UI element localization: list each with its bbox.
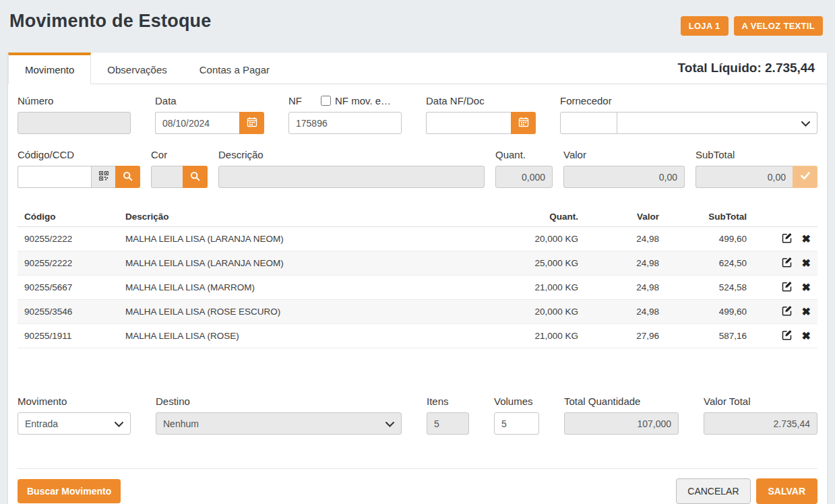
- volumes-input[interactable]: [494, 412, 539, 435]
- valor-total-label: Valor Total: [704, 396, 817, 407]
- subtotal-field: SubTotal: [695, 149, 817, 188]
- volumes-field: Volumes: [494, 396, 539, 435]
- cell-valor: 24,98: [585, 276, 666, 300]
- delete-row-icon[interactable]: ✖: [802, 234, 811, 245]
- cell-subtotal: 499,60: [666, 227, 753, 251]
- table-row: 90255/5667 MALHA LEILA LISA (MARROM) 21,…: [18, 276, 817, 300]
- descricao-input: [218, 166, 485, 188]
- edit-row-icon[interactable]: [782, 257, 793, 270]
- table-row: 90255/1911 MALHA LEILA LISA (ROSE) 21,00…: [18, 324, 817, 348]
- salvar-button[interactable]: SALVAR: [756, 478, 817, 504]
- cell-quant: 25,000 KG: [484, 251, 585, 276]
- col-codigo: Código: [18, 207, 119, 227]
- calendar-icon: [518, 117, 529, 129]
- cell-quant: 21,000 KG: [484, 276, 585, 300]
- movimento-select[interactable]: Entrada: [18, 412, 131, 435]
- table-row: 90255/3546 MALHA LEILA LISA (ROSE ESCURO…: [18, 300, 817, 324]
- cell-quant: 20,000 KG: [484, 227, 585, 251]
- cor-search-button[interactable]: [183, 166, 208, 188]
- tab-contas-a-pagar[interactable]: Contas a Pagar: [183, 53, 286, 84]
- page-title: Movimento de Estoque: [9, 11, 212, 32]
- data-nf-label: Data NF/Doc: [426, 95, 536, 106]
- data-nf-input[interactable]: [426, 112, 511, 134]
- codigo-ccd-label: Código/CCD: [18, 149, 140, 160]
- tab-observacoes[interactable]: Observações: [91, 53, 183, 84]
- summary-row: Movimento Entrada Destino Nenhum: [18, 396, 817, 435]
- company-button[interactable]: A VELOZ TEXTIL: [734, 16, 823, 36]
- descricao-label: Descrição: [218, 149, 485, 160]
- store-button[interactable]: LOJA 1: [681, 16, 729, 36]
- total-quantidade-label: Total Quantidade: [564, 396, 679, 407]
- right-actions: CANCELAR SALVAR: [676, 478, 817, 504]
- qr-code-button[interactable]: [91, 166, 115, 188]
- valor-total-field: Valor Total: [704, 396, 817, 435]
- fornecedor-field: Fornecedor: [560, 95, 817, 134]
- cell-codigo: 90255/2222: [18, 251, 119, 276]
- total-liquido-value: 2.735,44: [765, 61, 815, 75]
- cell-actions: ✖: [753, 300, 817, 324]
- table-row: 90255/2222 MALHA LEILA LISA (LARANJA NEO…: [18, 251, 817, 276]
- fornecedor-code-input[interactable]: [560, 112, 617, 134]
- chevron-down-icon: [801, 118, 810, 129]
- chevron-down-icon: [115, 418, 123, 429]
- cell-codigo: 90255/5667: [18, 276, 119, 300]
- quant-label: Quant.: [495, 149, 553, 160]
- cancelar-button[interactable]: CANCELAR: [676, 478, 750, 504]
- cell-valor: 24,98: [585, 251, 666, 276]
- numero-field: Número: [18, 95, 131, 134]
- cor-input: [151, 166, 183, 188]
- codigo-search-button[interactable]: [115, 166, 140, 188]
- quant-input: [495, 166, 553, 188]
- destino-select: Nenhum: [156, 412, 402, 435]
- items-table: Código Descrição Quant. Valor SubTotal 9…: [18, 207, 817, 348]
- valor-field: Valor: [563, 149, 685, 188]
- total-quantidade-input: [564, 412, 679, 435]
- data-label: Data: [155, 95, 264, 106]
- data-calendar-button[interactable]: [239, 112, 264, 134]
- itens-input: [427, 412, 469, 435]
- destino-select-value: Nenhum: [163, 418, 385, 429]
- cell-valor: 24,98: [585, 227, 666, 251]
- form-row-2: Código/CCD Cor: [18, 149, 817, 188]
- check-icon: [801, 172, 810, 182]
- cell-subtotal: 499,60: [666, 300, 753, 324]
- col-descricao: Descrição: [119, 207, 484, 227]
- tab-movimento[interactable]: Movimento: [8, 53, 91, 84]
- cell-quant: 20,000 KG: [484, 300, 585, 324]
- data-nf-calendar-button[interactable]: [511, 112, 536, 134]
- fornecedor-label: Fornecedor: [560, 95, 817, 106]
- nf-input[interactable]: [288, 112, 402, 134]
- quant-field: Quant.: [495, 149, 553, 188]
- total-liquido-label: Total Líquido:: [678, 61, 762, 75]
- edit-row-icon[interactable]: [782, 305, 793, 318]
- buscar-movimento-button[interactable]: Buscar Movimento: [18, 479, 121, 503]
- edit-row-icon[interactable]: [782, 329, 793, 342]
- nf-mov-checkbox[interactable]: [321, 96, 331, 106]
- search-icon: [190, 171, 200, 183]
- nf-mov-checkbox-label: NF mov. e…: [335, 95, 391, 106]
- delete-row-icon[interactable]: ✖: [802, 258, 811, 269]
- edit-row-icon[interactable]: [782, 232, 793, 245]
- valor-total-input: [704, 412, 817, 435]
- data-input[interactable]: [155, 112, 239, 134]
- table-row: 90255/2222 MALHA LEILA LISA (LARANJA NEO…: [18, 227, 817, 251]
- numero-input: [18, 112, 131, 134]
- cell-subtotal: 587,16: [666, 324, 753, 348]
- cell-quant: 21,000 KG: [484, 324, 585, 348]
- cell-codigo: 90255/1911: [18, 324, 119, 348]
- edit-row-icon[interactable]: [782, 281, 793, 294]
- delete-row-icon[interactable]: ✖: [802, 331, 811, 342]
- valor-input: [563, 166, 685, 188]
- codigo-ccd-input[interactable]: [18, 166, 91, 188]
- fornecedor-select[interactable]: [617, 112, 817, 134]
- delete-row-icon[interactable]: ✖: [802, 307, 811, 317]
- calendar-icon: [247, 117, 257, 129]
- cell-actions: ✖: [753, 251, 817, 276]
- total-liquido: Total Líquido: 2.735,44: [678, 61, 827, 75]
- cor-field: Cor: [151, 149, 208, 188]
- movimento-field: Movimento Entrada: [18, 396, 131, 435]
- delete-row-icon[interactable]: ✖: [802, 282, 811, 293]
- confirm-item-button[interactable]: [793, 166, 817, 188]
- cell-codigo: 90255/3546: [18, 300, 119, 324]
- movimento-label: Movimento: [18, 396, 131, 407]
